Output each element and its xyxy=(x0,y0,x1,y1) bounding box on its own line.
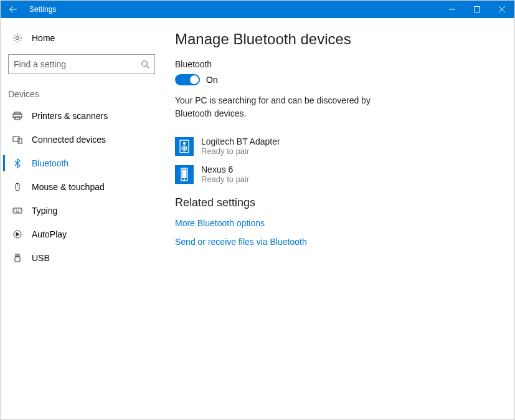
minimize-icon xyxy=(449,6,455,12)
sidebar-item-label: Typing xyxy=(32,206,57,216)
window-title: Settings xyxy=(26,1,440,18)
sidebar-item-typing[interactable]: Typing xyxy=(3,199,160,222)
sidebar-item-mouse[interactable]: Mouse & touchpad xyxy=(3,175,160,199)
sidebar-item-label: USB xyxy=(32,253,50,263)
sidebar-item-bluetooth[interactable]: Bluetooth xyxy=(3,151,160,175)
link-send-receive[interactable]: Send or receive files via Bluetooth xyxy=(175,237,496,247)
sidebar: Home Devices Printers & scanners Connect… xyxy=(1,18,163,420)
device-info: Nexus 6 Ready to pair xyxy=(201,165,249,184)
back-button[interactable] xyxy=(1,1,26,18)
bluetooth-icon xyxy=(11,158,24,168)
device-row[interactable]: Nexus 6 Ready to pair xyxy=(175,165,496,184)
sidebar-item-connected[interactable]: Connected devices xyxy=(3,128,160,151)
speaker-icon xyxy=(175,137,194,156)
phone-icon xyxy=(175,165,194,184)
svg-rect-11 xyxy=(18,138,22,143)
titlebar: Settings xyxy=(1,1,514,18)
toggle-state: On xyxy=(206,75,218,85)
search-box[interactable] xyxy=(8,54,155,74)
sidebar-section-label: Devices xyxy=(3,77,160,104)
link-more-options[interactable]: More Bluetooth options xyxy=(175,218,496,228)
svg-point-4 xyxy=(16,37,19,40)
device-info: Logitech BT Adapter Ready to pair xyxy=(201,136,280,156)
close-button[interactable] xyxy=(489,1,514,18)
device-name: Logitech BT Adapter xyxy=(201,136,280,146)
sidebar-item-label: Printers & scanners xyxy=(32,111,108,121)
maximize-icon xyxy=(474,6,480,12)
sidebar-item-printers[interactable]: Printers & scanners xyxy=(3,104,160,128)
sidebar-home-label: Home xyxy=(32,33,55,43)
svg-rect-8 xyxy=(13,114,22,118)
device-name: Nexus 6 xyxy=(201,165,249,174)
svg-rect-22 xyxy=(15,257,20,262)
keyboard-icon xyxy=(11,206,24,216)
gear-icon xyxy=(11,33,24,43)
usb-icon xyxy=(11,253,24,263)
minimize-button[interactable] xyxy=(440,1,465,18)
svg-point-26 xyxy=(184,142,186,144)
maximize-button[interactable] xyxy=(465,1,489,18)
toggle-row: On xyxy=(175,74,496,85)
svg-rect-14 xyxy=(13,208,22,213)
window-controls xyxy=(440,1,514,18)
svg-line-6 xyxy=(147,66,149,69)
arrow-left-icon xyxy=(9,5,17,14)
close-icon xyxy=(499,6,505,12)
sidebar-home[interactable]: Home xyxy=(3,27,160,49)
content-area: Home Devices Printers & scanners Connect… xyxy=(1,18,514,420)
sidebar-item-label: AutoPlay xyxy=(32,229,67,239)
toggle-label: Bluetooth xyxy=(175,59,496,69)
status-text: Your PC is searching for and can be disc… xyxy=(175,94,387,120)
sidebar-item-label: Connected devices xyxy=(32,135,106,145)
svg-rect-21 xyxy=(16,254,19,257)
svg-point-5 xyxy=(142,61,148,67)
svg-rect-30 xyxy=(182,169,187,178)
device-row[interactable]: Logitech BT Adapter Ready to pair xyxy=(175,136,496,156)
printer-icon xyxy=(11,111,24,121)
sidebar-item-label: Bluetooth xyxy=(32,158,69,168)
connected-devices-icon xyxy=(11,135,24,145)
bluetooth-toggle[interactable] xyxy=(175,74,200,85)
svg-rect-1 xyxy=(475,7,480,12)
related-heading: Related settings xyxy=(175,196,496,209)
svg-point-31 xyxy=(184,179,185,180)
search-input[interactable] xyxy=(14,59,141,69)
autoplay-icon xyxy=(11,229,24,239)
mouse-icon xyxy=(11,182,24,192)
sidebar-item-label: Mouse & touchpad xyxy=(32,182,105,192)
search-icon xyxy=(141,60,149,69)
svg-point-28 xyxy=(184,147,186,149)
page-title: Manage Bluetooth devices xyxy=(175,31,496,48)
device-status: Ready to pair xyxy=(201,174,249,184)
sidebar-item-autoplay[interactable]: AutoPlay xyxy=(3,222,160,246)
device-status: Ready to pair xyxy=(201,146,280,156)
sidebar-item-usb[interactable]: USB xyxy=(3,246,160,270)
main-panel: Manage Bluetooth devices Bluetooth On Yo… xyxy=(163,18,514,420)
